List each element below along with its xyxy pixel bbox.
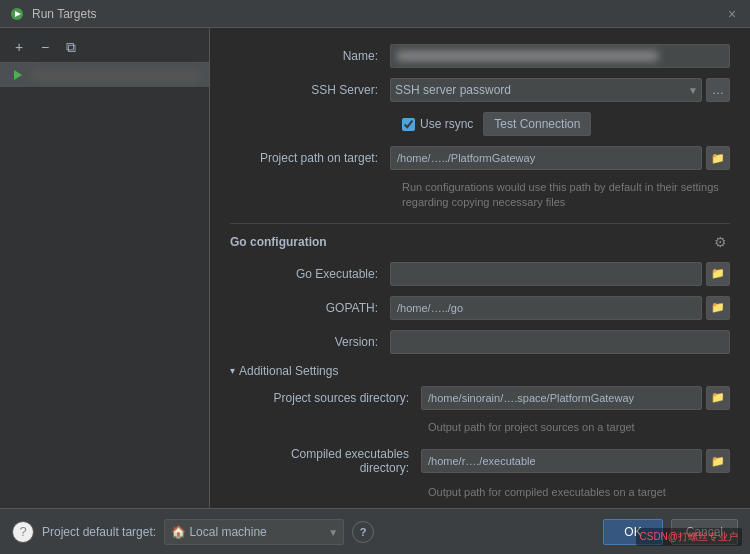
- version-input[interactable]: [390, 330, 730, 354]
- compiled-exec-info: Output path for compiled executables on …: [428, 485, 730, 500]
- project-path-browse-button[interactable]: 📁: [706, 146, 730, 170]
- project-path-control: /home/…../PlatformGateway 📁: [390, 146, 730, 170]
- project-path-input[interactable]: /home/…../PlatformGateway: [390, 146, 702, 170]
- project-sources-control: /home/sinorain/….space/PlatformGateway 📁: [421, 386, 730, 410]
- compiled-exec-row: Compiled executables directory: /home/r……: [230, 447, 730, 475]
- bottom-left: ? Project default target: 🏠 Local machin…: [12, 519, 374, 545]
- project-sources-row: Project sources directory: /home/sinorai…: [230, 386, 730, 410]
- gopath-row: GOPATH: /home/…../go 📁: [230, 296, 730, 320]
- project-path-info: Run configurations would use this path b…: [402, 180, 730, 211]
- project-sources-info: Output path for project sources on a tar…: [428, 420, 730, 435]
- default-target-select[interactable]: 🏠 Local machine: [164, 519, 344, 545]
- default-target-help-button[interactable]: ?: [352, 521, 374, 543]
- test-connection-button[interactable]: Test Connection: [483, 112, 591, 136]
- ssh-server-select[interactable]: SSH server password: [390, 78, 702, 102]
- use-rsync-label[interactable]: Use rsync: [402, 117, 473, 131]
- version-control: [390, 330, 730, 354]
- ok-button[interactable]: OK: [603, 519, 662, 545]
- rsync-row: Use rsync Test Connection: [230, 112, 730, 136]
- title-bar-left: Run Targets: [10, 7, 96, 21]
- remove-target-button[interactable]: −: [34, 36, 56, 58]
- go-exec-control: /opt/go/bin/go 📁: [390, 262, 730, 286]
- go-config-title: Go configuration: [230, 235, 327, 249]
- sidebar-toolbar: + − ⧉: [0, 32, 209, 63]
- add-target-button[interactable]: +: [8, 36, 30, 58]
- additional-settings-header[interactable]: ▾ Additional Settings: [230, 364, 730, 378]
- default-target-label: Project default target:: [42, 525, 156, 539]
- copy-target-button[interactable]: ⧉: [60, 36, 82, 58]
- bottom-right: OK Cancel: [603, 519, 738, 545]
- window-title: Run Targets: [32, 7, 96, 21]
- compiled-exec-control: /home/r…./executable 📁: [421, 449, 730, 473]
- close-button[interactable]: ×: [724, 6, 740, 22]
- ssh-select-container: SSH server password ▼: [390, 78, 702, 102]
- project-sources-browse-button[interactable]: 📁: [706, 386, 730, 410]
- ssh-target-play-icon: [10, 67, 26, 83]
- cancel-button[interactable]: Cancel: [671, 519, 738, 545]
- name-value-blurred: [397, 51, 658, 61]
- compiled-exec-browse-button[interactable]: 📁: [706, 449, 730, 473]
- name-control: [390, 44, 730, 68]
- gopath-label: GOPATH:: [230, 301, 390, 315]
- additional-settings-label: Additional Settings: [239, 364, 338, 378]
- gopath-browse-button[interactable]: 📁: [706, 296, 730, 320]
- compiled-exec-value: /home/r…./executable: [428, 455, 536, 467]
- gopath-input[interactable]: /home/…../go: [390, 296, 702, 320]
- bottom-bar: ? Project default target: 🏠 Local machin…: [0, 508, 750, 554]
- use-rsync-checkbox[interactable]: [402, 118, 415, 131]
- sidebar-item-ssh[interactable]: [0, 63, 209, 87]
- additional-settings-chevron-icon: ▾: [230, 365, 235, 376]
- project-path-row: Project path on target: /home/…../Platfo…: [230, 146, 730, 170]
- project-path-value: /home/…../PlatformGateway: [397, 152, 535, 164]
- ssh-server-control: SSH server password ▼ …: [390, 78, 730, 102]
- ssh-target-name: [32, 69, 199, 81]
- gopath-value: /home/…../go: [397, 302, 463, 314]
- ssh-server-ellipsis-button[interactable]: …: [706, 78, 730, 102]
- project-sources-input[interactable]: /home/sinorain/….space/PlatformGateway: [421, 386, 702, 410]
- compiled-exec-input[interactable]: /home/r…./executable: [421, 449, 702, 473]
- default-target-wrapper: 🏠 Local machine ▼: [164, 519, 344, 545]
- ssh-server-label: SSH Server:: [230, 83, 390, 97]
- run-targets-icon: [10, 7, 24, 21]
- go-exec-input[interactable]: /opt/go/bin/go: [390, 262, 702, 286]
- go-exec-row: Go Executable: /opt/go/bin/go 📁: [230, 262, 730, 286]
- go-exec-browse-button[interactable]: 📁: [706, 262, 730, 286]
- title-bar: Run Targets ×: [0, 0, 750, 28]
- sidebar: + − ⧉: [0, 28, 210, 508]
- bottom-help-button[interactable]: ?: [12, 521, 34, 543]
- name-input-blurred[interactable]: [390, 44, 730, 68]
- version-label: Version:: [230, 335, 390, 349]
- ssh-server-row: SSH Server: SSH server password ▼ …: [230, 78, 730, 102]
- project-path-label: Project path on target:: [230, 151, 390, 165]
- project-sources-value: /home/sinorain/….space/PlatformGateway: [428, 392, 634, 404]
- dialog-body: + − ⧉ Name: SSH Server:: [0, 28, 750, 508]
- use-rsync-text: Use rsync: [420, 117, 473, 131]
- go-exec-label: Go Executable:: [230, 267, 390, 281]
- gopath-control: /home/…../go 📁: [390, 296, 730, 320]
- go-config-section-header: Go configuration ⚙: [230, 223, 730, 252]
- name-label: Name:: [230, 49, 390, 63]
- compiled-exec-label: Compiled executables directory:: [246, 447, 421, 475]
- version-row: Version:: [230, 330, 730, 354]
- go-config-gear-button[interactable]: ⚙: [710, 232, 730, 252]
- project-sources-label: Project sources directory:: [246, 391, 421, 405]
- name-row: Name:: [230, 44, 730, 68]
- content-panel: Name: SSH Server: SSH server password ▼ …: [210, 28, 750, 508]
